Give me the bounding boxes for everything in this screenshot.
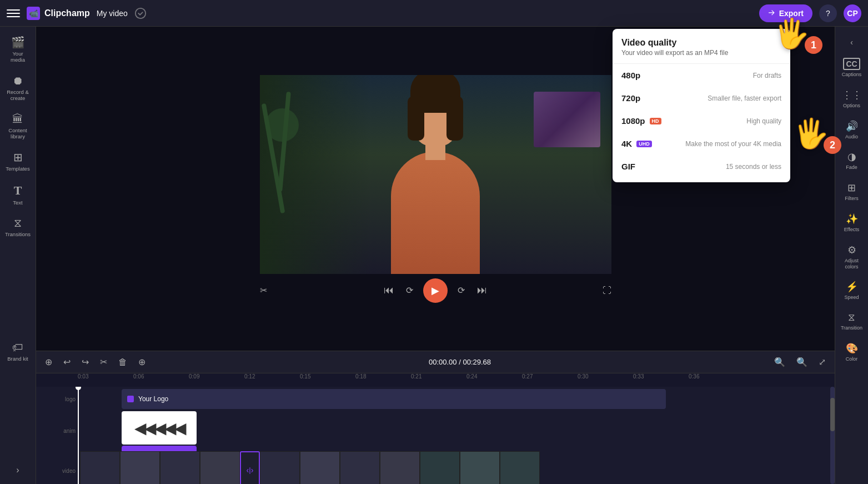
filters-icon: ⊞ [847,182,856,194]
right-sidebar-speed[interactable]: ⚡ Speed [837,276,867,305]
right-sidebar-transition[interactable]: ⧖ Transition [837,307,867,336]
forward-5-button[interactable]: ⟳ [455,283,467,298]
right-sidebar-effects[interactable]: ✨ Effects [837,208,867,237]
quality-1080p-name: 1080p [621,116,645,126]
timeline-time: 00:00.00 / 00:29.68 [154,358,765,366]
help-button[interactable]: ? [819,4,837,22]
adjust-label: Adjust colors [839,258,865,270]
quality-480p-desc: For drafts [753,72,781,79]
crop-button[interactable]: ✂ [260,285,267,296]
ruler-tick: 0:09 [189,373,244,387]
scroll-thumb [830,398,835,431]
arrows-track[interactable]: ◀◀◀◀◀ [122,411,197,445]
text-icon: T [14,183,22,198]
ruler-tick: 0:30 [578,373,633,387]
track-label: logo [65,396,76,402]
quality-option-480p[interactable]: 480p For drafts [613,64,790,87]
templates-icon: ⊞ [13,151,23,164]
captions-label: Captions [842,72,862,78]
current-time: 00:00.00 [429,358,457,366]
right-panel-expand[interactable]: ‹ [846,33,857,51]
dropdown-header: Video quality Your video will export as … [613,38,790,64]
right-sidebar-captions[interactable]: CC Captions [837,53,867,82]
quality-option-gif[interactable]: GIF 15 seconds or less [613,155,790,178]
zoom-out-button[interactable]: 🔍 [772,355,787,370]
sidebar-item-record[interactable]: ⏺ Record &create [2,70,34,106]
export-button[interactable]: Export [759,4,812,22]
video-frame [260,75,611,274]
ruler-tick: 0:03 [78,373,133,387]
animation-track-row: anim ◀◀◀◀◀ T Multiline text [36,411,835,450]
timeline-add-button[interactable]: ⊕ [136,355,148,370]
timeline-redo-button[interactable]: ↪ [79,355,91,370]
right-sidebar-audio[interactable]: 🔊 Audio [837,116,867,144]
right-sidebar-options[interactable]: ⋮⋮ Options [837,84,867,113]
thumb-cell [260,451,300,484]
ruler-tick: 0:33 [633,373,689,387]
timeline-delete-button[interactable]: 🗑 [116,355,129,370]
skip-back-button[interactable]: ⏮ [382,282,396,298]
record-icon: ⏺ [12,74,23,87]
sidebar-item-content-library[interactable]: 🏛 Content library [2,108,34,144]
sidebar-item-templates[interactable]: ⊞ Templates [2,146,34,176]
fade-label: Fade [846,164,857,171]
quality-1080p-badge: HD [650,118,661,124]
fullscreen-button[interactable]: ⛶ [603,286,611,296]
right-sidebar-filters[interactable]: ⊞ Filters [837,177,867,206]
track-label-anim: anim [63,428,76,434]
thumb-cell [160,451,200,484]
sidebar-item-text[interactable]: T Text [2,179,34,210]
timeline-undo-button[interactable]: ↩ [61,355,73,370]
sidebar-item-my-media[interactable]: 🎬 Your media [2,31,34,68]
thumb-cell [500,451,540,484]
total-time: 00:29.68 [463,358,491,366]
fade-icon: ◑ [847,151,856,163]
quality-720p-name: 720p [621,93,640,103]
color-icon: 🎨 [846,342,858,355]
skip-forward-button[interactable]: ⏭ [475,282,489,298]
quality-gif-desc: 15 seconds or less [726,163,781,171]
right-sidebar-color[interactable]: 🎨 Color [837,338,867,367]
play-button[interactable]: ▶ [423,278,448,303]
speed-label: Speed [844,295,859,301]
sidebar-label-text: Text [13,199,22,206]
logo[interactable]: 📹 Clipchamp [27,7,90,20]
timeline-cut-button[interactable]: ✂ [98,355,109,370]
color-label: Color [846,356,858,362]
thumb-cell [300,451,340,484]
zoom-in-button[interactable]: 🔍 [794,355,810,370]
topbar: 📹 Clipchamp My video Export ? CP [0,0,868,27]
quality-option-4k[interactable]: 4K UHD Make the most of your 4K media [613,132,790,155]
user-avatar[interactable]: CP [844,4,861,22]
right-sidebar-adjust[interactable]: ⚙ Adjust colors [837,239,867,275]
thumb-cell [380,451,420,484]
ruler-tick: 0:24 [466,373,522,387]
expand-timeline-button[interactable]: ⤢ [816,355,828,370]
timeline-scrollbar[interactable] [830,387,835,484]
timeline-magnet-button[interactable]: ⊕ [43,355,54,370]
step-badge-1: 1 [805,36,822,54]
sidebar-expand-button[interactable]: › [12,461,23,480]
effects-icon: ✨ [846,213,858,225]
hamburger-menu[interactable] [7,7,20,20]
sidebar-item-brand-kit[interactable]: 🏷 Brand kit [2,337,34,366]
app-name: Clipchamp [44,8,90,18]
sidebar-item-transitions[interactable]: ⧖ Transitions [2,212,34,242]
right-sidebar-fade[interactable]: ◑ Fade [837,146,867,175]
svg-rect-1 [249,467,250,474]
timeline-tracks: logo Your Logo anim ◀◀◀◀◀ [36,387,835,484]
video-track[interactable] [80,451,540,484]
rewind-5-button[interactable]: ⟳ [404,283,415,298]
logo-track[interactable]: Your Logo [122,389,666,409]
quality-option-720p[interactable]: 720p Smaller file, faster export [613,87,790,109]
ruler-tick: 0:18 [355,373,411,387]
dropdown-title: Video quality [621,38,781,48]
video-title[interactable]: My video [97,9,128,18]
quality-option-1080p[interactable]: 1080p HD High quality [613,109,790,132]
library-icon: 🏛 [12,113,23,126]
quality-4k-badge: UHD [636,141,652,147]
export-dropdown: Video quality Your video will export as … [613,29,790,182]
audio-icon: 🔊 [846,120,858,132]
playhead [78,387,79,484]
thumb-cell [120,451,160,484]
